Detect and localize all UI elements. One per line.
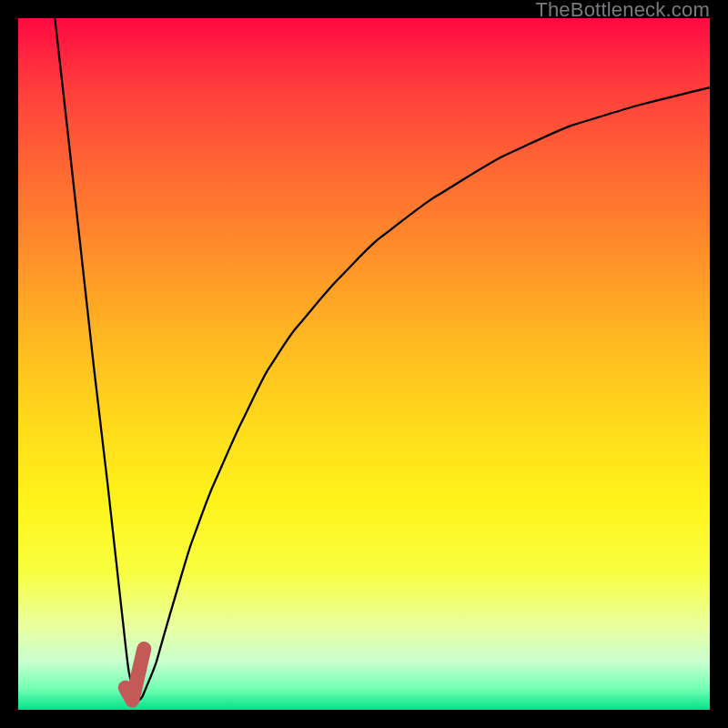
- watermark-text: TheBottleneck.com: [535, 0, 710, 20]
- optimum-marker: [126, 649, 145, 700]
- plot-area: [18, 18, 710, 710]
- chart-frame: TheBottleneck.com: [0, 0, 728, 728]
- bottleneck-curve: [55, 18, 710, 702]
- chart-svg: [18, 18, 710, 710]
